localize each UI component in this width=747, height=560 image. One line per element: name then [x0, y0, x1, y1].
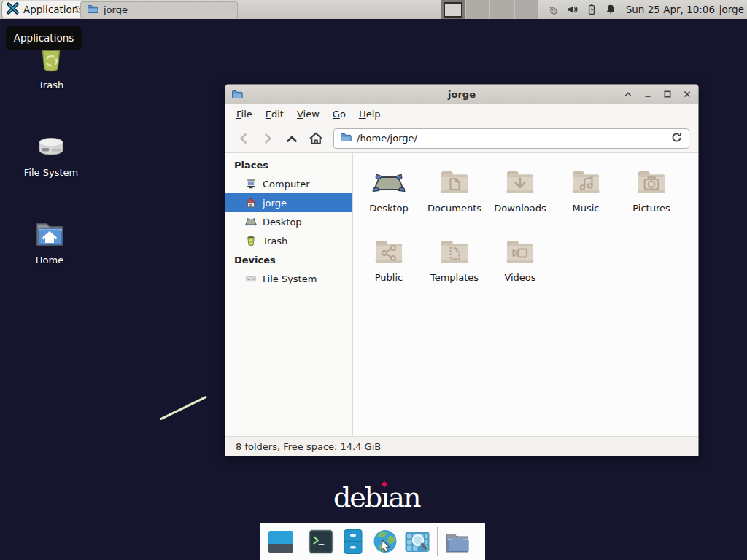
taskbar-window-button[interactable]: jorge — [80, 1, 238, 18]
computer-icon — [245, 178, 257, 190]
sidebar-header-devices: Devices — [225, 250, 352, 269]
trash-icon — [245, 235, 257, 246]
window-body: PlacesComputerjorgeDesktopTrashDevicesFi… — [225, 153, 698, 436]
home-icon — [245, 197, 257, 209]
sidebar-item-desktop[interactable]: Desktop — [225, 212, 352, 231]
maximize-button[interactable] — [662, 89, 673, 99]
reload-icon[interactable] — [670, 131, 683, 146]
folder-icon — [87, 3, 98, 17]
location-path: /home/jorge/ — [357, 133, 665, 144]
dock-file-manager-icon[interactable] — [339, 528, 367, 556]
forward-button[interactable] — [257, 128, 278, 149]
file-desktop[interactable]: Desktop — [356, 165, 422, 234]
file-manager-window: jorge FileEditViewGoHelp /home/jorge/ Pl… — [225, 84, 699, 456]
up-button[interactable] — [281, 128, 302, 149]
desktop-icon-home[interactable]: Home — [15, 216, 85, 265]
dock-show-desktop-icon[interactable] — [267, 528, 295, 556]
sidebar-item-computer[interactable]: Computer — [225, 174, 352, 193]
home-button[interactable] — [305, 128, 326, 149]
workspace-2[interactable] — [466, 0, 491, 19]
file-documents[interactable]: Documents — [422, 165, 487, 234]
menu-go[interactable]: Go — [326, 106, 352, 122]
dock-separator — [437, 527, 438, 556]
file-label: Documents — [422, 203, 487, 214]
dock-web-browser-icon[interactable] — [371, 528, 399, 556]
file-pictures[interactable]: Pictures — [619, 165, 684, 234]
notifications-icon[interactable] — [605, 4, 616, 15]
close-button[interactable] — [682, 89, 692, 99]
desktop-root: { "panel": { "applications_label": "Appl… — [0, 0, 747, 560]
desktop-icon-label: Home — [15, 254, 85, 265]
menu-view[interactable]: View — [290, 106, 326, 122]
workspace-3[interactable] — [490, 0, 515, 19]
logo-dot — [382, 481, 387, 487]
sidebar-item-file-system[interactable]: File System — [225, 269, 352, 288]
battery-icon[interactable] — [586, 4, 597, 15]
desktop-icon — [245, 216, 257, 228]
file-label: Desktop — [356, 203, 422, 214]
file-view: DesktopDocumentsDownloadsMusicPicturesPu… — [353, 153, 698, 436]
sidebar-item-label: Trash — [263, 236, 287, 246]
file-label: Pictures — [619, 203, 684, 214]
dock-folder-icon[interactable] — [444, 528, 471, 556]
back-button[interactable] — [233, 128, 254, 149]
file-label: Music — [553, 203, 619, 214]
location-bar[interactable]: /home/jorge/ — [333, 128, 689, 149]
workspace-1[interactable] — [441, 0, 466, 19]
menu-edit[interactable]: Edit — [259, 106, 290, 122]
top-panel: Applications jorge Sun 25 Apr, 10:06 jor… — [0, 0, 747, 19]
file-templates[interactable]: Templates — [422, 234, 487, 303]
folder-icon — [340, 131, 352, 145]
file-videos[interactable]: Videos — [487, 234, 553, 303]
panel-username-button[interactable]: jorge — [719, 0, 744, 19]
logo-text: an — [388, 481, 419, 513]
file-label: Public — [356, 272, 422, 283]
workspace-switcher — [441, 0, 538, 19]
shade-button[interactable] — [623, 89, 633, 99]
file-label: Downloads — [487, 203, 553, 214]
mouse-icon[interactable] — [547, 4, 560, 16]
dock — [260, 523, 485, 560]
workspace-4[interactable] — [515, 0, 539, 19]
window-titlebar[interactable]: jorge — [225, 85, 698, 104]
applications-tooltip: Applications — [6, 26, 82, 50]
logo-i: ı — [381, 481, 388, 513]
dock-app-finder-icon[interactable] — [403, 528, 431, 556]
dock-separator — [301, 527, 301, 556]
applications-menu-icon — [7, 2, 19, 17]
file-music[interactable]: Music — [553, 165, 619, 234]
menu-help[interactable]: Help — [352, 106, 387, 122]
logo-text: deb — [333, 481, 381, 513]
debian-logo: debıan — [333, 481, 419, 513]
file-public[interactable]: Public — [356, 234, 422, 303]
file-downloads[interactable]: Downloads — [487, 165, 553, 234]
dock-terminal-icon[interactable] — [307, 528, 335, 556]
statusbar: 8 folders, Free space: 14.4 GiB — [225, 436, 698, 456]
sidebar: PlacesComputerjorgeDesktopTrashDevicesFi… — [225, 153, 353, 436]
stray-line-artifact — [160, 396, 207, 421]
desktop-icon-label: Trash — [16, 79, 86, 90]
sidebar-item-label: Desktop — [263, 217, 302, 228]
minimize-button[interactable] — [643, 89, 653, 99]
panel-grip-handle[interactable] — [75, 6, 79, 12]
sidebar-item-label: File System — [263, 273, 317, 284]
workspace-window-thumb — [444, 2, 462, 18]
menubar: FileEditViewGoHelp — [225, 104, 698, 124]
desktop-icon-file-system[interactable]: File System — [16, 128, 86, 178]
file-label: Videos — [487, 272, 553, 283]
drive-icon — [245, 273, 257, 284]
panel-clock[interactable]: Sun 25 Apr, 10:06 — [626, 0, 715, 19]
sidebar-item-label: Computer — [263, 179, 310, 190]
statusbar-text: 8 folders, Free space: 14.4 GiB — [236, 441, 381, 452]
system-tray — [547, 0, 616, 19]
sidebar-item-trash[interactable]: Trash — [225, 231, 352, 250]
sidebar-header-places: Places — [225, 155, 352, 174]
menu-file[interactable]: File — [230, 106, 259, 122]
sidebar-item-label: jorge — [263, 198, 287, 209]
sidebar-item-jorge[interactable]: jorge — [225, 193, 352, 212]
taskbar-window-label: jorge — [104, 4, 128, 15]
volume-icon[interactable] — [567, 4, 578, 15]
toolbar: /home/jorge/ — [225, 124, 698, 153]
window-controls — [623, 85, 692, 104]
desktop-icon-label: File System — [16, 167, 86, 178]
